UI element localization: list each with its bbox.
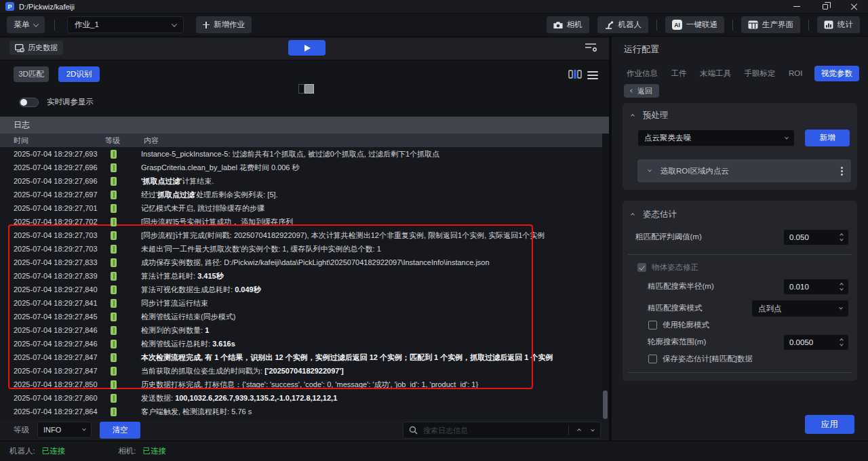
toolbar-right: 相机 机器人 AI 一键联通 生产界面 统计	[547, 16, 861, 33]
spinner-arrows[interactable]	[840, 234, 843, 241]
contour-range-value: 0.0050	[789, 338, 813, 346]
tab-ROI[interactable]: ROI	[787, 66, 804, 80]
search-next-button[interactable]	[587, 429, 599, 432]
contour-mode-checkbox[interactable]	[648, 321, 657, 329]
log-content: 检测管线运行结束(同步模式)	[141, 312, 235, 322]
tab-作业信息[interactable]: 作业信息	[625, 66, 659, 81]
chevron-down-icon	[785, 135, 789, 139]
list-gear-icon	[585, 42, 598, 53]
log-content: 算法计算总耗时: 3.415秒	[141, 271, 224, 281]
log-rows: 2025-07-04 18:29:27,693Instance-5_pickIn…	[0, 147, 602, 418]
log-time: 2025-07-04 18:29:27,833	[14, 258, 105, 266]
log-settings-button[interactable]	[585, 42, 598, 56]
job-select[interactable]: 作业_1	[67, 16, 184, 33]
log-search-input[interactable]	[423, 426, 568, 435]
preprocess-title: 预处理	[643, 110, 669, 121]
window-title: D:/Pickwiz/kafeiji	[19, 3, 75, 11]
save-pose-checkbox[interactable]	[648, 355, 657, 363]
kebab-menu-icon[interactable]	[841, 170, 843, 172]
close-button[interactable]	[840, 0, 868, 13]
log-content: 经过'抓取点过滤'处理后剩余实例列表: [5].	[141, 190, 278, 200]
add-job-button[interactable]: 新增作业	[196, 16, 252, 33]
tab-手眼标定[interactable]: 手眼标定	[743, 66, 777, 81]
chevron-down-icon	[172, 21, 177, 26]
log-time: 2025-07-04 18:29:27,850	[14, 380, 105, 388]
view-columns-button[interactable]	[568, 69, 582, 82]
log-level-info-badge	[111, 299, 117, 308]
mode-2d-label: 2D识别	[66, 69, 92, 79]
maximize-button[interactable]	[811, 0, 840, 13]
preprocess-header[interactable]: 预处理	[631, 110, 669, 121]
divider	[808, 20, 809, 31]
log-row: 2025-07-04 18:29:27,697经过'抓取点过滤'处理后剩余实例列…	[0, 188, 602, 201]
fine-radius-label: 精匹配搜索半径(m)	[648, 281, 714, 292]
log-content: [同步流程]5号实例计算成功， 添加到缓存序列	[141, 217, 293, 227]
log-level-info-badge	[111, 150, 117, 159]
log-content: 当前获取的抓取位姿生成的时间戳为: ['20250704182922097']	[141, 366, 344, 376]
one-key-connect-label: 一键联通	[686, 20, 717, 30]
minimize-button[interactable]	[783, 0, 811, 13]
camera-button[interactable]: 相机	[547, 16, 589, 33]
log-level-info-badge	[111, 272, 117, 281]
production-ui-button[interactable]: 生产界面	[741, 16, 800, 33]
realtime-param-toggle[interactable]	[19, 98, 39, 107]
run-button[interactable]	[288, 40, 326, 56]
log-search-box	[403, 422, 601, 439]
pose-correct-checkbox[interactable]	[637, 263, 646, 272]
log-time: 2025-07-04 18:29:27,847	[14, 353, 105, 361]
image-thumbnail[interactable]	[298, 84, 314, 94]
log-row: 2025-07-04 18:29:27,841同步计算流运行结束	[0, 296, 602, 310]
add-preprocess-button[interactable]: 新增	[805, 129, 850, 146]
col-content: 内容	[144, 136, 159, 146]
fine-mode-select[interactable]: 点到点	[751, 300, 849, 317]
preprocess-select[interactable]: 点云聚类去噪	[637, 129, 795, 146]
chevron-up-icon	[840, 233, 844, 237]
log-content: 未超出'同一工件最大抓取次数'的实例个数: 1, 缓存队列中实例的总个数: 1	[141, 244, 381, 254]
log-row: 2025-07-04 18:29:27,864客户端触发, 检测流程耗时: 5.…	[0, 405, 602, 418]
spinner-arrows[interactable]	[840, 283, 843, 291]
log-level-info-badge	[111, 163, 117, 172]
spinner-arrows[interactable]	[840, 339, 843, 346]
tab-末端工具[interactable]: 末端工具	[698, 66, 732, 81]
grid-icon	[748, 20, 758, 29]
log-row: 2025-07-04 18:29:27,703[同步流程]计算完成(时间戳: 2…	[0, 228, 602, 242]
camera-status-value: 已连接	[142, 446, 166, 456]
log-scrollbar[interactable]	[603, 390, 608, 419]
history-data-button[interactable]: 历史数据	[9, 41, 63, 55]
log-time: 2025-07-04 18:29:27,840	[14, 285, 105, 294]
menu-list-button[interactable]	[587, 71, 598, 79]
log-time: 2025-07-04 18:29:27,696	[14, 177, 105, 185]
app-logo-icon: P	[5, 2, 14, 11]
window-controls	[783, 0, 868, 13]
mode-3d-match-button[interactable]: 3D匹配	[14, 66, 49, 82]
roi-pointcloud-item[interactable]: 选取ROI区域内点云	[637, 159, 851, 182]
level-select[interactable]: INFO	[37, 422, 92, 438]
robot-label: 机器人	[618, 20, 642, 30]
tab-视觉参数[interactable]: 视觉参数	[814, 66, 859, 81]
columns-icon	[568, 69, 582, 79]
log-row: 2025-07-04 18:29:27,850历史数据打标完成, 打标信息：{'…	[0, 378, 602, 391]
tab-工件[interactable]: 工件	[670, 66, 688, 81]
mode-3d-label: 3D匹配	[18, 69, 44, 79]
search-prev-button[interactable]	[573, 429, 585, 432]
pose-estimation-card: 姿态估计 粗匹配评判阈值(m) 0.050 物体姿态修正 精匹配搜索半径(m) …	[623, 201, 857, 381]
fine-radius-spinner[interactable]: 0.010	[783, 279, 849, 295]
menu-label: 菜单	[14, 20, 30, 30]
menu-button[interactable]: 菜单	[7, 16, 45, 33]
contour-range-spinner[interactable]: 0.0050	[783, 334, 849, 350]
pose-header[interactable]: 姿态估计	[631, 209, 677, 220]
coarse-threshold-spinner[interactable]: 0.050	[783, 229, 849, 245]
log-content: Instance-5_pickInstance-5: 过滤前共有1个抓取点, 被…	[141, 149, 439, 159]
mode-2d-recognition-button[interactable]: 2D识别	[58, 66, 100, 82]
log-content: GraspCriteria.clean_by_label 花费时间 0.006 …	[141, 163, 300, 173]
clear-log-button[interactable]: 清空	[100, 422, 140, 439]
statistics-button[interactable]: 统计	[817, 16, 860, 33]
back-button[interactable]: 返回	[624, 84, 659, 98]
robot-button[interactable]: 机器人	[597, 16, 649, 33]
play-icon	[304, 45, 311, 52]
workspace: 历史数据 3D匹配 2D识别 实时调参显示 日志 时间 等级 内容 2025-0…	[0, 37, 868, 441]
log-level-info-badge	[111, 258, 117, 267]
log-content: 历史数据打标完成, 打标信息：{'stage': 'success', 'cod…	[141, 380, 478, 390]
apply-button[interactable]: 应用	[805, 415, 854, 434]
one-key-connect-button[interactable]: AI 一键联通	[665, 16, 724, 33]
